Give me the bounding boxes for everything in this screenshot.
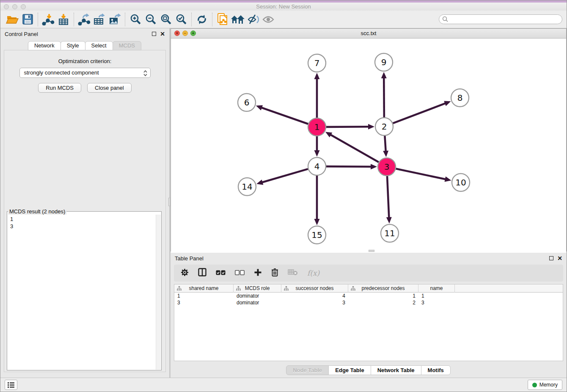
minimize-window-icon[interactable] bbox=[12, 4, 17, 9]
node-6[interactable]: 6 bbox=[238, 94, 256, 111]
show-panel-button[interactable] bbox=[261, 12, 276, 27]
zoom-window-icon[interactable] bbox=[21, 4, 26, 9]
column-header-name[interactable]: name bbox=[418, 284, 455, 293]
save-session-button[interactable] bbox=[20, 12, 35, 27]
node-3[interactable]: 3 bbox=[378, 158, 396, 176]
tab-motifs[interactable]: Motifs bbox=[421, 365, 451, 375]
run-mcds-button[interactable]: Run MCDS bbox=[38, 83, 81, 93]
column-header-successor-nodes[interactable]: successor nodes bbox=[281, 284, 348, 293]
minimize-network-icon[interactable]: − bbox=[182, 30, 188, 36]
table-settings-button[interactable] bbox=[181, 268, 189, 278]
apply-layout-button[interactable] bbox=[194, 12, 209, 27]
hide-panel-button[interactable] bbox=[245, 12, 261, 27]
mcds-panel: Optimization criterion: strongly connect… bbox=[4, 50, 166, 372]
tab-node-table[interactable]: Node Table bbox=[286, 365, 329, 375]
mcds-result-legend: MCDS result (2 nodes) bbox=[8, 208, 66, 215]
toolbar-separator bbox=[212, 13, 212, 26]
arrowhead-icon bbox=[314, 73, 320, 79]
refresh-layout-icon bbox=[196, 14, 208, 25]
edge-3-11[interactable] bbox=[387, 176, 389, 218]
deselect-all-button[interactable] bbox=[235, 269, 245, 277]
arrowhead-icon bbox=[383, 151, 388, 157]
table-row[interactable]: 3dominator323 bbox=[174, 299, 563, 306]
zoom-fit-button[interactable] bbox=[158, 12, 173, 27]
edge-2-8[interactable] bbox=[393, 103, 446, 123]
edge-2-3[interactable] bbox=[385, 136, 385, 152]
close-table-panel-icon[interactable]: ✕ bbox=[557, 256, 562, 260]
delete-column-button[interactable] bbox=[271, 268, 278, 278]
svg-text:7: 7 bbox=[314, 58, 320, 68]
network-resize-handle[interactable] bbox=[369, 250, 374, 252]
export-table-button[interactable] bbox=[92, 12, 107, 27]
node-8[interactable]: 8 bbox=[451, 89, 469, 107]
float-panel-icon[interactable] bbox=[152, 32, 156, 36]
node-9[interactable]: 9 bbox=[375, 53, 393, 71]
network-from-file-button[interactable] bbox=[215, 12, 230, 27]
node-4[interactable]: 4 bbox=[308, 157, 326, 175]
home-icon bbox=[231, 14, 245, 25]
add-column-button[interactable] bbox=[254, 268, 262, 278]
edge-4-3[interactable] bbox=[326, 166, 372, 167]
node-11[interactable]: 11 bbox=[381, 224, 399, 242]
network-window-titlebar[interactable]: × − + scc.txt bbox=[171, 29, 566, 39]
tab-network[interactable]: Network bbox=[28, 41, 61, 50]
column-header-shared-name[interactable]: shared name bbox=[174, 284, 234, 293]
toolbar-separator bbox=[191, 13, 192, 26]
function-builder-button[interactable]: f(x) bbox=[307, 269, 319, 277]
memory-button[interactable]: Memory bbox=[528, 380, 562, 390]
table-panel: Table Panel ✕ bbox=[171, 253, 567, 378]
close-panel-icon[interactable]: ✕ bbox=[160, 32, 165, 36]
column-header-MCDS-role[interactable]: MCDS role bbox=[234, 284, 281, 293]
import-network-button[interactable] bbox=[41, 12, 56, 27]
edge-2-9[interactable] bbox=[384, 77, 384, 117]
close-panel-button[interactable]: Close panel bbox=[87, 83, 132, 93]
splitter-handle[interactable] bbox=[168, 198, 171, 206]
result-scrollbar[interactable] bbox=[156, 215, 161, 370]
select-all-button[interactable] bbox=[216, 269, 226, 277]
zoom-in-button[interactable] bbox=[128, 12, 143, 27]
zoom-selected-button[interactable] bbox=[173, 12, 189, 27]
export-network-button[interactable] bbox=[77, 12, 92, 27]
export-network-icon bbox=[78, 14, 91, 25]
column-header-predecessor-nodes[interactable]: predecessor nodes bbox=[348, 284, 418, 293]
tab-network-table[interactable]: Network Table bbox=[371, 365, 421, 375]
edge-1-6[interactable] bbox=[261, 108, 308, 124]
edge-1-2[interactable] bbox=[326, 127, 369, 127]
show-column-button[interactable] bbox=[198, 268, 206, 278]
home-button[interactable] bbox=[230, 12, 245, 27]
zoom-out-button[interactable] bbox=[143, 12, 158, 27]
edge-4-14[interactable] bbox=[261, 169, 308, 182]
network-canvas[interactable]: 7968124314101511 bbox=[171, 39, 566, 253]
optimization-criterion-select[interactable]: strongly connected component bbox=[19, 68, 151, 78]
import-table-button[interactable] bbox=[56, 12, 71, 27]
toolbar-separator bbox=[125, 13, 125, 26]
arrowhead-icon bbox=[256, 105, 263, 110]
tab-edge-table[interactable]: Edge Table bbox=[328, 365, 371, 375]
window-titlebar[interactable]: Session: New Session bbox=[0, 3, 567, 11]
node-15[interactable]: 15 bbox=[308, 226, 326, 244]
maximize-network-icon[interactable]: + bbox=[190, 30, 196, 36]
edge-3-1[interactable] bbox=[330, 134, 378, 162]
open-folder-button[interactable] bbox=[5, 12, 20, 27]
node-1[interactable]: 1 bbox=[308, 118, 326, 136]
close-network-icon[interactable]: × bbox=[174, 30, 180, 36]
export-image-button[interactable] bbox=[107, 12, 122, 27]
network-graph[interactable]: 7968124314101511 bbox=[171, 39, 566, 251]
search-input[interactable] bbox=[439, 14, 562, 24]
node-table[interactable]: shared nameMCDS rolesuccessor nodesprede… bbox=[174, 284, 563, 361]
edge-3-10[interactable] bbox=[396, 169, 446, 179]
tab-style[interactable]: Style bbox=[61, 41, 85, 50]
node-2[interactable]: 2 bbox=[375, 118, 393, 135]
node-10[interactable]: 10 bbox=[452, 174, 470, 191]
table-row[interactable]: 1dominator411 bbox=[174, 293, 563, 299]
close-window-icon[interactable] bbox=[4, 4, 9, 9]
node-7[interactable]: 7 bbox=[308, 54, 326, 72]
delete-table-button[interactable] bbox=[288, 269, 298, 277]
svg-text:2: 2 bbox=[382, 121, 387, 132]
tab-mcds[interactable]: MCDS bbox=[113, 41, 141, 50]
open-folder-icon bbox=[6, 14, 19, 25]
float-table-panel-icon[interactable] bbox=[549, 256, 553, 260]
node-14[interactable]: 14 bbox=[238, 178, 256, 196]
task-history-button[interactable] bbox=[5, 380, 17, 390]
tab-select[interactable]: Select bbox=[85, 41, 113, 50]
